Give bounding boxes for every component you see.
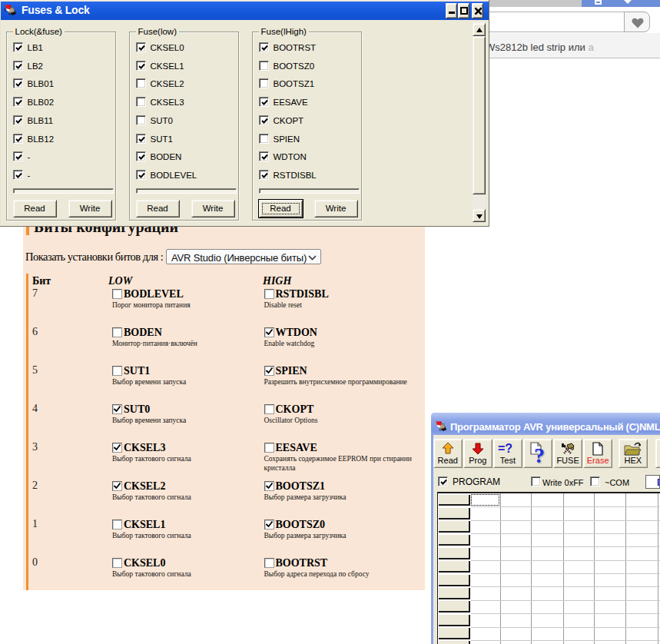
svg-text:?: ? [534,443,545,466]
svg-text:=?: =? [498,442,512,455]
